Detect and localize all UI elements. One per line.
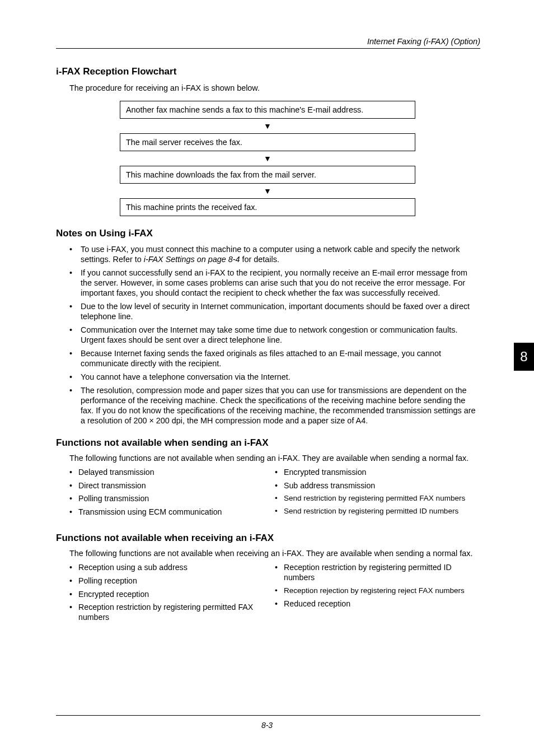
section-title-flowchart: i-FAX Reception Flowchart bbox=[56, 66, 480, 77]
flowchart: Another fax machine sends a fax to this … bbox=[120, 101, 415, 216]
note-item: Because Internet faxing sends the faxed … bbox=[69, 348, 480, 368]
flow-arrow-icon: ▼ bbox=[120, 184, 415, 198]
section-title-unavailable-send: Functions not available when sending an … bbox=[56, 437, 480, 449]
feature-item: Encrypted transmission bbox=[275, 468, 480, 478]
feature-item: Delayed transmission bbox=[69, 468, 275, 478]
note-item: Due to the low level of security in Inte… bbox=[69, 301, 480, 321]
unavailable-receive-columns: Reception using a sub address Polling re… bbox=[69, 563, 480, 626]
feature-item: Send restriction by registering permitte… bbox=[275, 507, 480, 516]
unavailable-send-columns: Delayed transmission Direct transmission… bbox=[69, 468, 480, 521]
note-item: The resolution, compression mode and pap… bbox=[69, 385, 480, 426]
page-number: 8-3 bbox=[0, 721, 534, 731]
notes-list: To use i-FAX, you must connect this mach… bbox=[56, 244, 480, 426]
footer-rule bbox=[56, 715, 480, 716]
flow-step: This machine prints the received fax. bbox=[120, 198, 415, 216]
flow-arrow-icon: ▼ bbox=[120, 119, 415, 133]
running-header: Internet Faxing (i-FAX) (Option) bbox=[56, 36, 480, 49]
feature-item: Reception restriction by registering per… bbox=[69, 603, 275, 623]
feature-item: Reception using a sub address bbox=[69, 563, 275, 573]
feature-item: Encrypted reception bbox=[69, 590, 275, 600]
page-content: Internet Faxing (i-FAX) (Option) i-FAX R… bbox=[56, 36, 480, 626]
chapter-tab: 8 bbox=[514, 343, 534, 371]
flow-arrow-icon: ▼ bbox=[120, 151, 415, 166]
note-item: Communication over the Internet may take… bbox=[69, 325, 480, 345]
feature-item: Reduced reception bbox=[275, 599, 480, 609]
feature-item: Reception rejection by registering rejec… bbox=[275, 586, 480, 596]
feature-item: Polling reception bbox=[69, 576, 275, 586]
note-item: If you cannot successfully send an i-FAX… bbox=[69, 268, 480, 298]
feature-item: Transmission using ECM communication bbox=[69, 507, 275, 517]
feature-item: Reception restriction by registering per… bbox=[275, 563, 480, 583]
unavailable-receive-intro: The following functions are not availabl… bbox=[69, 548, 480, 558]
flow-step: The mail server receives the fax. bbox=[120, 133, 415, 151]
feature-item: Sub address transmission bbox=[275, 481, 480, 491]
flow-step: This machine downloads the fax from the … bbox=[120, 166, 415, 184]
note-item: You cannot have a telephone conversation… bbox=[69, 372, 480, 382]
flow-step: Another fax machine sends a fax to this … bbox=[120, 101, 415, 119]
feature-item: Direct transmission bbox=[69, 481, 275, 491]
flowchart-intro: The procedure for receiving an i-FAX is … bbox=[69, 83, 480, 93]
reference-link: i-FAX Settings on page 8-4 bbox=[144, 255, 240, 264]
section-title-unavailable-receive: Functions not available when receiving a… bbox=[56, 532, 480, 544]
feature-item: Polling transmission bbox=[69, 494, 275, 504]
note-item: To use i-FAX, you must connect this mach… bbox=[69, 244, 480, 264]
section-title-notes: Notes on Using i-FAX bbox=[56, 227, 480, 239]
feature-item: Send restriction by registering permitte… bbox=[275, 494, 480, 503]
unavailable-send-intro: The following functions are not availabl… bbox=[69, 453, 480, 463]
note-text: for details. bbox=[240, 255, 279, 264]
